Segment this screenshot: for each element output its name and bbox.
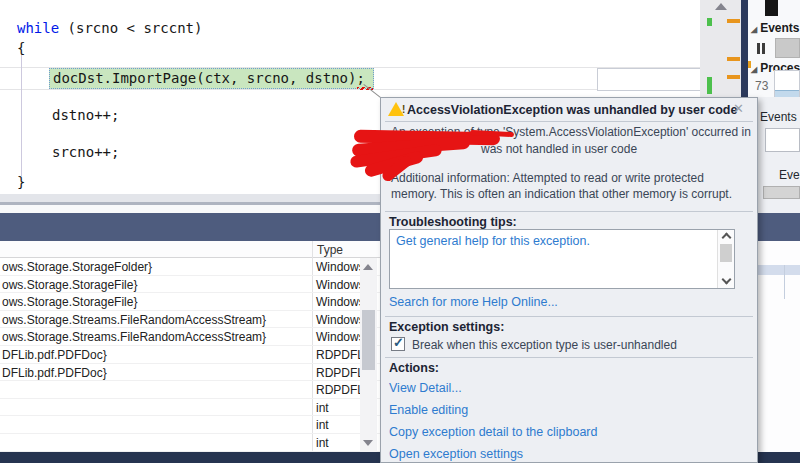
scroll-down-icon[interactable] (363, 440, 373, 446)
events-partial-label: Events (779, 168, 800, 182)
separator (385, 211, 753, 212)
current-statement-highlight[interactable]: docDst.ImportPage(ctx, srcno, dstno); (49, 68, 374, 89)
separator (385, 316, 753, 317)
copy-exception-detail-link[interactable]: Copy exception detail to the clipboard (389, 425, 597, 439)
tips-scrollbar[interactable] (717, 230, 734, 288)
indent-guide (21, 54, 22, 176)
tab-events[interactable]: Events (760, 110, 797, 124)
bookmark-mark-orange (727, 19, 740, 23)
bookmark-mark-orange (727, 75, 740, 79)
warning-icon: ! (388, 102, 404, 116)
code-line-importpage: docDst.ImportPage(ctx, srcno, dstno); (53, 70, 365, 86)
popup-title: AccessViolationException was unhandled b… (407, 103, 737, 117)
memory-chart-band (775, 90, 799, 97)
chart-bar (765, 0, 778, 16)
enable-editing-link[interactable]: Enable editing (389, 403, 468, 417)
row-value: ows.Storage.Streams.FileRandomAccessStre… (2, 330, 266, 344)
pause-icon[interactable] (757, 40, 767, 58)
scroll-up-icon[interactable] (715, 3, 727, 10)
row-value: ows.Storage.StorageFile} (2, 295, 137, 309)
close-icon[interactable]: ✕ (733, 101, 744, 116)
additional-info: Additional information: Attempted to rea… (391, 170, 743, 202)
row-type: Windows (316, 330, 365, 344)
code-line-while[interactable]: while (srcno < srccnt) (17, 20, 202, 36)
bookmark-mark-orange (727, 57, 740, 61)
memory-chart (774, 70, 800, 97)
row-type: Windows (316, 278, 365, 292)
code-line-open-brace[interactable]: { (17, 40, 25, 56)
troubleshooting-tips-box: Get general help for this exception. (389, 229, 735, 289)
code-line-srcno[interactable]: srcno++; (52, 144, 119, 160)
scrollbar-thumb[interactable] (362, 310, 375, 370)
right-panel-header-band (752, 265, 800, 275)
type-column-header[interactable]: Type (317, 243, 343, 257)
open-exception-settings-link[interactable]: Open exception settings (389, 447, 523, 461)
diagnostics-panel: ◢Events ◢Process 73 (748, 0, 800, 97)
row-value: ows.Storage.StorageFolder} (2, 260, 152, 274)
events-swimlane (775, 38, 800, 58)
row-type: int (316, 401, 329, 415)
row-value: DFLib.pdf.PDFDoc} (2, 348, 107, 362)
editor-datatip-box (597, 68, 707, 91)
checkbox-check-icon: ✓ (393, 335, 404, 350)
events-list-box (765, 128, 800, 152)
separator (385, 121, 753, 122)
actions-heading: Actions: (389, 361, 439, 375)
separator (385, 357, 753, 358)
row-value: ows.Storage.Streams.FileRandomAccessStre… (2, 313, 266, 327)
row-type: Windows (316, 260, 365, 274)
checkbox-label: Break when this exception type is user-u… (412, 338, 677, 352)
table-scrollbar[interactable] (360, 258, 377, 452)
change-mark-green (707, 18, 712, 26)
scroll-down-icon[interactable] (722, 275, 732, 285)
row-type: Windows (316, 313, 365, 327)
exception-message-line2: was not handled in user code (481, 142, 637, 156)
troubleshooting-heading: Troubleshooting tips: (389, 215, 517, 229)
keyword-while: while (17, 20, 59, 36)
row-type: int (316, 436, 329, 450)
process-memory-value: 73 (755, 79, 768, 93)
right-panel-column-line (784, 265, 785, 299)
events-section-header[interactable]: ◢Events (751, 21, 800, 35)
view-detail-link[interactable]: View Detail... (389, 381, 462, 395)
break-exception-checkbox[interactable]: ✓ (391, 337, 405, 351)
expander-icon[interactable]: ◢ (751, 65, 757, 74)
row-type: int (316, 418, 329, 432)
row-value: ows.Storage.StorageFile} (2, 278, 137, 292)
row-type: Windows (316, 295, 365, 309)
exception-settings-heading: Exception settings: (389, 320, 504, 334)
change-mark-green (707, 77, 712, 94)
while-condition: (srcno < srccnt) (59, 20, 202, 36)
toolbar-strip[interactable] (763, 186, 800, 199)
code-line-close-brace[interactable]: } (17, 174, 25, 190)
expander-icon[interactable]: ◢ (751, 25, 757, 34)
general-help-link[interactable]: Get general help for this exception. (396, 234, 590, 248)
row-value: DFLib.pdf.PDFDoc} (2, 366, 107, 380)
scroll-up-icon[interactable] (363, 264, 373, 270)
code-line-dstno[interactable]: dstno++; (52, 107, 119, 123)
search-help-online-link[interactable]: Search for more Help Online... (389, 295, 558, 309)
scrollbar-thumb[interactable] (720, 244, 732, 262)
vs-debug-screen: while (srcno < srccnt) { docDst.ImportPa… (0, 0, 800, 463)
scroll-up-icon[interactable] (722, 233, 732, 243)
